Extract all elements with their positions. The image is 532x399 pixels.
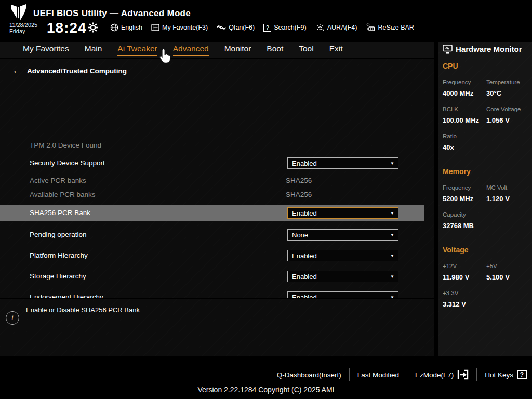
tab-main[interactable]: Main: [85, 44, 102, 56]
pending-operation-dropdown[interactable]: None ▼: [287, 229, 398, 241]
dropdown-value: Enabled: [288, 209, 317, 217]
tab-ai-tweaker[interactable]: Ai Tweaker: [117, 44, 157, 56]
tab-advanced[interactable]: Advanced: [173, 44, 209, 56]
monitor-pulse-icon: [443, 45, 453, 54]
qfan-label: Qfan(F6): [229, 24, 255, 31]
security-device-support-dropdown[interactable]: Enabled ▼: [287, 157, 398, 169]
setting-label: Storage Hierarchy: [30, 271, 86, 282]
hm-metric-value: 30°C: [486, 89, 501, 97]
aura-light-icon: [315, 23, 325, 32]
hm-metric-value: 4000 MHz: [443, 89, 473, 97]
favorites-list-icon: [151, 24, 159, 31]
setting-row-pending-operation[interactable]: Pending operation None ▼: [0, 229, 424, 241]
top-header: UEFI BIOS Utility — Advanced Mode 11/28/…: [0, 0, 532, 42]
sha256-pcr-bank-dropdown[interactable]: Enabled ▼: [287, 207, 398, 219]
hardware-monitor-header: Hardware Monitor: [443, 45, 522, 54]
hm-metric-label: Frequency: [443, 184, 471, 191]
last-modified-button[interactable]: Last Modified: [357, 371, 399, 379]
resize-bar-icon: [366, 23, 375, 32]
hm-section-voltage: Voltage: [443, 246, 469, 254]
last-modified-label: Last Modified: [357, 371, 399, 379]
chevron-down-icon: ▼: [390, 233, 394, 237]
hm-metric-label: MC Volt: [486, 184, 507, 191]
date-display: 11/28/2025 Friday: [9, 22, 37, 34]
hm-section-memory: Memory: [443, 167, 471, 176]
day-value: Friday: [9, 28, 37, 34]
tab-monitor[interactable]: Monitor: [224, 44, 251, 56]
aura-label: AURA(F4): [327, 24, 357, 31]
hm-metric-value: 1.120 V: [486, 195, 510, 203]
aura-button[interactable]: AURA(F4): [315, 23, 357, 32]
setting-label: TPM 2.0 Device Found: [30, 140, 101, 151]
globe-icon: [110, 23, 118, 32]
hm-metric-label: Frequency: [443, 79, 471, 85]
fan-icon: [217, 24, 226, 31]
setting-row-sha256-pcr-bank[interactable]: SHA256 PCR Bank Enabled ▼: [0, 205, 424, 221]
chevron-down-icon: ▼: [390, 211, 394, 216]
hm-metric-value: 32768 MB: [443, 222, 474, 230]
tab-my-favorites[interactable]: My Favorites: [23, 44, 69, 56]
hm-metric-value: 100.00 MHz: [443, 116, 479, 124]
breadcrumb-path: Advanced\Trusted Computing: [27, 67, 127, 75]
bottom-bar: Q-Dashboard(Insert) Last Modified EzMode…: [0, 356, 532, 399]
tab-exit[interactable]: Exit: [329, 44, 343, 56]
setting-row-tpm-found: TPM 2.0 Device Found: [0, 140, 424, 151]
search-label: Search(F9): [274, 24, 307, 31]
tab-boot[interactable]: Boot: [267, 44, 283, 56]
language-label: English: [121, 24, 142, 31]
help-pane: i Enable or Disable SHA256 PCR Bank: [0, 299, 434, 356]
setting-row-security-device-support[interactable]: Security Device Support Enabled ▼: [0, 157, 424, 169]
dropdown-value: Enabled: [288, 252, 317, 260]
hm-divider: [443, 161, 525, 161]
hm-metric-value: 3.312 V: [443, 300, 466, 308]
setting-row-platform-hierarchy[interactable]: Platform Hierarchy Enabled ▼: [0, 250, 424, 261]
ezmode-exit-icon: [457, 369, 469, 380]
info-icon: i: [6, 311, 19, 325]
q-dashboard-button[interactable]: Q-Dashboard(Insert): [277, 371, 341, 379]
hm-metric-label: +12V: [443, 263, 457, 269]
storage-hierarchy-dropdown[interactable]: Enabled ▼: [287, 271, 398, 282]
hm-metric-value: 11.980 V: [443, 273, 469, 281]
hardware-monitor-panel: Hardware Monitor CPU Frequency 4000 MHz …: [438, 42, 532, 356]
hot-keys-label: Hot Keys: [485, 371, 513, 379]
chevron-down-icon: ▼: [390, 161, 394, 166]
my-favorite-label: My Favorite(F3): [162, 24, 208, 31]
search-button[interactable]: ? Search(F9): [263, 24, 307, 32]
time-display: 18:24: [47, 20, 87, 36]
hardware-monitor-title: Hardware Monitor: [456, 45, 522, 54]
dropdown-value: Enabled: [288, 273, 317, 281]
hot-keys-button[interactable]: Hot Keys ?: [485, 370, 527, 379]
hm-metric-label: Ratio: [443, 133, 457, 139]
back-arrow-icon[interactable]: ←: [12, 64, 21, 77]
setting-value: SHA256: [286, 189, 312, 201]
tuf-logo-icon: [8, 3, 29, 22]
setting-label: Active PCR banks: [30, 175, 86, 187]
hm-metric-label: +3.3V: [443, 290, 458, 296]
hm-metric-label: Temperature: [486, 79, 520, 85]
help-text: Enable or Disable SHA256 PCR Bank: [26, 306, 140, 314]
ezmode-button[interactable]: EzMode(F7): [415, 369, 469, 380]
language-button[interactable]: English: [110, 23, 142, 32]
version-text: Version 2.22.1284 Copyright (C) 2025 AMI: [0, 385, 532, 394]
setting-label: SHA256 PCR Bank: [30, 205, 90, 221]
my-favorite-button[interactable]: My Favorite(F3): [151, 24, 208, 31]
resize-bar-button[interactable]: ReSize BAR: [366, 23, 414, 32]
setting-row-available-pcr-banks: Available PCR banks SHA256: [0, 189, 424, 201]
hm-section-cpu: CPU: [443, 62, 458, 70]
date-value: 11/28/2025: [9, 22, 37, 28]
setting-row-storage-hierarchy[interactable]: Storage Hierarchy Enabled ▼: [0, 271, 424, 282]
hm-metric-value: 5200 MHz: [443, 195, 473, 203]
platform-hierarchy-dropdown[interactable]: Enabled ▼: [287, 250, 398, 261]
qfan-button[interactable]: Qfan(F6): [217, 24, 255, 31]
setting-value: SHA256: [286, 175, 312, 187]
settings-gear-icon[interactable]: [87, 22, 99, 33]
hm-metric-value: 40x: [443, 143, 454, 151]
setting-label: Pending operation: [30, 229, 87, 241]
main-menu-bar: My Favorites Main Ai Tweaker Advanced Mo…: [0, 42, 434, 59]
hm-metric-value: 1.056 V: [486, 116, 510, 124]
bios-screen: UEFI BIOS Utility — Advanced Mode 11/28/…: [0, 0, 532, 399]
hm-metric-value: 5.100 V: [486, 273, 510, 281]
tab-tool[interactable]: Tool: [299, 44, 313, 56]
q-dashboard-label: Q-Dashboard(Insert): [277, 371, 341, 379]
hm-metric-label: Capacity: [443, 211, 466, 218]
